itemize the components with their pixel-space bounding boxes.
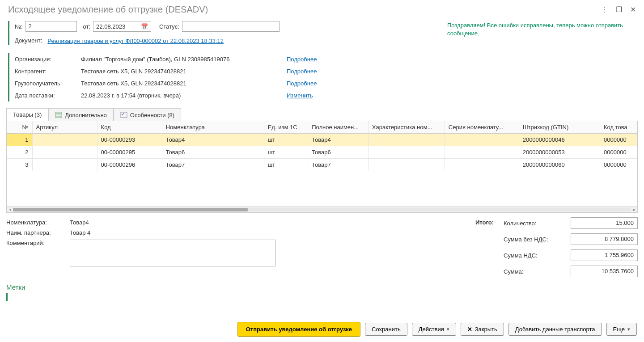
- document-label: Документ:: [15, 37, 42, 44]
- consignee-more-link[interactable]: Подробнее: [287, 80, 317, 87]
- partner-name-label: Наим. партнера:: [6, 229, 64, 236]
- sum-novat-label: Сумма без НДС:: [504, 236, 566, 243]
- table-header[interactable]: Код: [97, 121, 162, 134]
- horizontal-scrollbar[interactable]: ◂ ▸: [7, 206, 637, 212]
- table-cell: шт: [264, 134, 308, 146]
- close-icon[interactable]: ✕: [630, 5, 636, 14]
- tab-extra[interactable]: Дополнительно: [48, 108, 114, 121]
- table-cell: 2000000000046: [519, 134, 600, 146]
- delivery-change-link[interactable]: Изменить: [287, 92, 313, 99]
- table-cell: [445, 134, 519, 146]
- table-cell: 0000000: [600, 146, 637, 159]
- delivery-value: 22.08.2023 г. в 17:54 (вторник, вчера): [81, 92, 287, 99]
- svg-rect-4: [121, 112, 127, 118]
- sum-novat-value[interactable]: 8 779,8000: [571, 233, 638, 245]
- table-cell: 2000000000060: [519, 159, 600, 171]
- table-row[interactable]: 200-00000295Товар6штТовар620000000000530…: [7, 146, 637, 159]
- date-value: 22.08.2023: [96, 23, 125, 30]
- table-header[interactable]: Номенклатура: [162, 121, 264, 134]
- table-header[interactable]: Артикул: [32, 121, 97, 134]
- labels-bar: [6, 293, 638, 301]
- table-cell: [368, 134, 445, 146]
- more-button[interactable]: Еще: [606, 323, 637, 336]
- scroll-right-icon[interactable]: ▸: [631, 207, 637, 212]
- calendar-icon[interactable]: 📅: [141, 23, 148, 30]
- table-row[interactable]: 100-00000293Товар4штТовар420000000000460…: [7, 134, 637, 146]
- table-cell: [32, 146, 97, 159]
- org-more-link[interactable]: Подробнее: [287, 56, 317, 63]
- table-cell: Товар4: [308, 134, 369, 146]
- counterparty-more-link[interactable]: Подробнее: [287, 68, 317, 75]
- table-cell: 3: [7, 159, 32, 171]
- table-cell: 2000000000053: [519, 146, 600, 159]
- table-cell: 1: [7, 134, 32, 146]
- from-label: от:: [83, 23, 91, 30]
- consignee-value: Тестовая сеть X5, GLN 2923474028821: [81, 80, 287, 87]
- kebab-icon[interactable]: ⋮: [601, 5, 608, 14]
- tab-goods-label: Товары (3): [13, 111, 42, 118]
- consignee-label: Грузополучатель:: [15, 80, 81, 87]
- close-button[interactable]: ✕ Закрыть: [461, 323, 504, 336]
- table-cell: шт: [264, 159, 308, 171]
- table-cell: Товар7: [162, 159, 264, 171]
- table-cell: Товар4: [162, 134, 264, 146]
- add-transport-button[interactable]: Добавить данные транспорта: [508, 323, 602, 336]
- table-header[interactable]: Код това: [600, 121, 637, 134]
- tab-features-label: Особенности (8): [130, 112, 174, 118]
- nomenclature-label: Номенклатура:: [6, 219, 64, 226]
- list-icon: [55, 111, 62, 118]
- page-title: Исходящее уведомление об отгрузке (DESAD…: [8, 4, 601, 15]
- send-notification-button[interactable]: Отправить уведомление об отгрузке: [237, 322, 360, 337]
- table-cell: 0000000: [600, 159, 637, 171]
- partner-name-value: Товар 4: [70, 229, 90, 236]
- table-cell: [445, 159, 519, 171]
- actions-button[interactable]: Действия: [412, 323, 456, 336]
- num-label: №:: [15, 23, 23, 30]
- status-input[interactable]: [182, 21, 280, 32]
- goods-table-scroll[interactable]: №АртикулКодНоменклатураЕд. изм 1СПолное …: [7, 121, 637, 206]
- table-cell: Товар7: [308, 159, 369, 171]
- table-row[interactable]: 300-00000296Товар7штТовар720000000000600…: [7, 159, 637, 171]
- table-cell: шт: [264, 146, 308, 159]
- maximize-icon[interactable]: ❐: [616, 5, 622, 14]
- num-input[interactable]: 2: [25, 21, 77, 32]
- tab-goods[interactable]: Товары (3): [6, 108, 48, 121]
- nomenclature-value: Товар4: [70, 219, 89, 226]
- table-header[interactable]: Серия номенклату...: [445, 121, 519, 134]
- vat-label: Сумма НДС:: [504, 252, 566, 259]
- goods-table: №АртикулКодНоменклатураЕд. изм 1СПолное …: [7, 121, 637, 171]
- table-cell: [445, 146, 519, 159]
- x-icon: ✕: [467, 326, 472, 333]
- checklist-icon: [120, 111, 127, 118]
- table-cell: Товар6: [308, 146, 369, 159]
- qty-label: Количество:: [504, 220, 566, 227]
- scroll-left-icon[interactable]: ◂: [7, 207, 13, 212]
- save-button[interactable]: Сохранить: [365, 323, 407, 336]
- table-header[interactable]: Характеристика ном...: [368, 121, 445, 134]
- comment-label: Комментарий:: [6, 240, 64, 246]
- sum-label: Сумма:: [504, 268, 566, 275]
- qty-value[interactable]: 15,000: [571, 217, 638, 229]
- status-label: Статус:: [159, 23, 179, 30]
- table-cell: [32, 159, 97, 171]
- table-header[interactable]: Полное наимен...: [308, 121, 369, 134]
- labels-section-title: Метки: [6, 283, 638, 291]
- comment-input[interactable]: [70, 240, 275, 266]
- table-header[interactable]: №: [7, 121, 32, 134]
- counterparty-value: Тестовая сеть X5, GLN 2923474028821: [81, 68, 287, 75]
- date-input[interactable]: 22.08.2023 📅: [93, 21, 151, 32]
- table-cell: 00-00000293: [97, 134, 162, 146]
- sum-value[interactable]: 10 535,7600: [571, 266, 638, 277]
- org-value: Филиал "Торговый дом" (Тамбов), GLN 2308…: [81, 56, 287, 63]
- tab-features[interactable]: Особенности (8): [114, 108, 181, 121]
- table-cell: 00-00000295: [97, 146, 162, 159]
- tab-extra-label: Дополнительно: [65, 112, 107, 118]
- document-link[interactable]: Реализация товаров и услуг ФЛ00-000002 о…: [47, 37, 224, 45]
- table-header[interactable]: Ед. изм 1С: [264, 121, 308, 134]
- table-cell: Товар6: [162, 146, 264, 159]
- vat-value[interactable]: 1 755,9600: [571, 249, 638, 261]
- counterparty-label: Контрагент:: [15, 68, 81, 75]
- table-cell: [368, 159, 445, 171]
- org-label: Организация:: [15, 56, 81, 63]
- table-header[interactable]: Штрихкод (GTIN): [519, 121, 600, 134]
